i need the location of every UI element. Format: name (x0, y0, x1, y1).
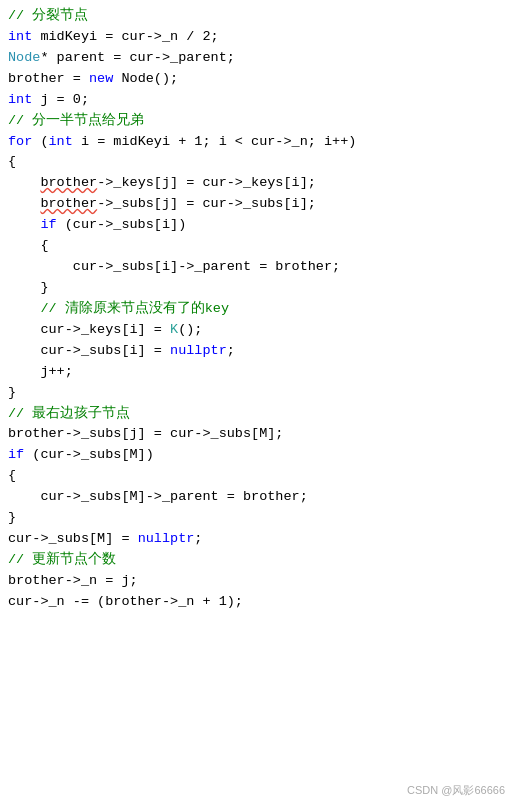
code-line-8: { (8, 152, 505, 173)
code-line-25: } (8, 508, 505, 529)
code-line-18: j++; (8, 362, 505, 383)
code-line-1: // 分裂节点 (8, 6, 505, 27)
code-line-29: cur->_n -= (brother->_n + 1); (8, 592, 505, 613)
code-line-17: cur->_subs[i] = nullptr; (8, 341, 505, 362)
code-line-14: } (8, 278, 505, 299)
code-line-4: brother = new Node(); (8, 69, 505, 90)
code-line-24: cur->_subs[M]->_parent = brother; (8, 487, 505, 508)
code-line-23: { (8, 466, 505, 487)
code-line-19: } (8, 383, 505, 404)
code-line-9: brother->_keys[j] = cur->_keys[i]; (8, 173, 505, 194)
code-line-2: int midKeyi = cur->_n / 2; (8, 27, 505, 48)
code-line-3: Node* parent = cur->_parent; (8, 48, 505, 69)
code-line-13: cur->_subs[i]->_parent = brother; (8, 257, 505, 278)
code-container: // 分裂节点 int midKeyi = cur->_n / 2; Node*… (0, 0, 513, 807)
code-line-6: // 分一半节点给兄弟 (8, 111, 505, 132)
code-line-27: // 更新节点个数 (8, 550, 505, 571)
code-line-11: if (cur->_subs[i]) (8, 215, 505, 236)
code-line-26: cur->_subs[M] = nullptr; (8, 529, 505, 550)
code-line-10: brother->_subs[j] = cur->_subs[i]; (8, 194, 505, 215)
watermark: CSDN @风影66666 (407, 782, 505, 799)
code-line-21: brother->_subs[j] = cur->_subs[M]; (8, 424, 505, 445)
code-line-20: // 最右边孩子节点 (8, 404, 505, 425)
code-line-7: for (int i = midKeyi + 1; i < cur->_n; i… (8, 132, 505, 153)
code-line-5: int j = 0; (8, 90, 505, 111)
code-line-28: brother->_n = j; (8, 571, 505, 592)
code-line-16: cur->_keys[i] = K(); (8, 320, 505, 341)
code-line-15: // 清除原来节点没有了的key (8, 299, 505, 320)
code-line-12: { (8, 236, 505, 257)
code-line-22: if (cur->_subs[M]) (8, 445, 505, 466)
